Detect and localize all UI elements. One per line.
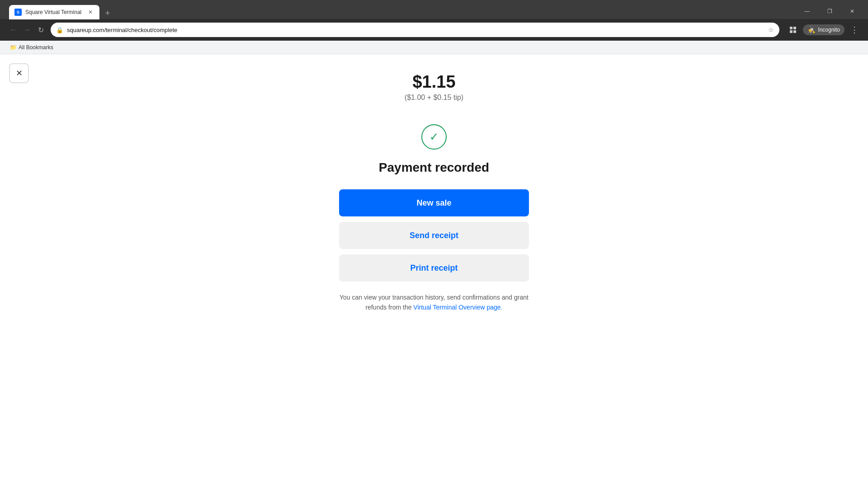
menu-button[interactable]: ⋮ [848,23,861,36]
maximize-button[interactable]: ❐ [819,8,840,14]
virtual-terminal-link[interactable]: Virtual Terminal Overview page. [413,304,502,311]
reload-button[interactable]: ↻ [34,23,47,36]
url-text: squareup.com/terminal/checkout/complete [67,27,764,33]
close-window-button[interactable]: ✕ [842,8,863,14]
tab-favicon: S [14,9,22,16]
success-circle: ✓ [421,124,447,150]
incognito-button[interactable]: 🕵 Incognito [803,24,844,35]
amount-section: $1.15 ($1.00 + $0.15 tip) [405,72,463,102]
success-icon-container: ✓ [421,124,447,150]
tab-close-button[interactable]: ✕ [87,9,94,16]
tabs-bar: S Square Virtual Terminal ✕ + [5,3,114,19]
minimize-button[interactable]: — [797,8,817,14]
new-tab-button[interactable]: + [101,7,114,19]
svg-rect-3 [793,30,796,33]
svg-rect-1 [793,27,796,29]
svg-rect-2 [790,30,793,33]
amount-total: $1.15 [405,72,463,92]
bookmarks-bar: 📁 All Bookmarks [0,41,868,54]
bookmark-star-icon[interactable]: ☆ [768,26,774,33]
title-bar: S Square Virtual Terminal ✕ + — ❐ ✕ [0,0,868,19]
toolbar-right: 🕵 Incognito ⋮ [787,23,861,36]
page-content: ✕ $1.15 ($1.00 + $0.15 tip) ✓ Payment re… [0,54,868,485]
incognito-label: Incognito [818,27,840,33]
action-buttons: New sale Send receipt Print receipt [339,189,529,282]
amount-breakdown: ($1.00 + $0.15 tip) [405,94,463,102]
folder-icon: 📁 [10,44,17,51]
window-controls: — ❐ ✕ [797,8,863,14]
bookmarks-label: All Bookmarks [19,44,53,51]
incognito-icon: 🕵 [807,26,815,33]
active-tab[interactable]: S Square Virtual Terminal ✕ [9,5,99,19]
checkmark-icon: ✓ [429,131,439,142]
forward-button[interactable]: → [21,23,33,36]
browser-chrome: S Square Virtual Terminal ✕ + — ❐ ✕ ← → … [0,0,868,54]
address-bar[interactable]: 🔒 squareup.com/terminal/checkout/complet… [51,23,779,37]
back-button[interactable]: ← [7,23,20,36]
send-receipt-button[interactable]: Send receipt [339,222,529,249]
nav-buttons: ← → ↻ [7,23,47,36]
print-receipt-button[interactable]: Print receipt [339,254,529,282]
info-text: You can view your transaction history, s… [335,292,533,313]
close-page-button[interactable]: ✕ [9,63,29,83]
extensions-button[interactable] [787,23,799,36]
bookmarks-folder[interactable]: 📁 All Bookmarks [7,43,56,52]
svg-rect-0 [790,27,793,29]
payment-recorded-title: Payment recorded [379,160,489,175]
lock-icon: 🔒 [56,27,63,33]
new-sale-button[interactable]: New sale [339,189,529,216]
close-page-icon: ✕ [16,68,23,78]
address-bar-row: ← → ↻ 🔒 squareup.com/terminal/checkout/c… [0,19,868,41]
tab-title: Square Virtual Terminal [25,9,83,15]
